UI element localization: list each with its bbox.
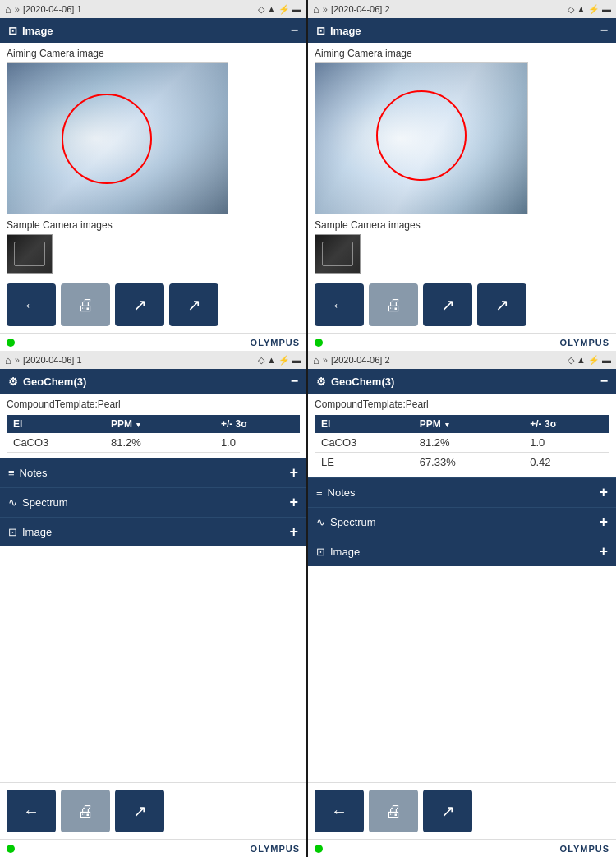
left-geochem-header[interactable]: ⚙ GeoChem(3) − [0,369,306,394]
left-bottom-back[interactable]: ← [7,790,56,832]
left-expand-button-2[interactable]: ↗ [169,283,218,326]
home-icon-right[interactable]: ⌂ [313,3,319,16]
right-image-row[interactable]: ⊡ Image + [308,537,616,566]
right-action-buttons: ← 🖨 ↗ ↗ [308,277,616,333]
left-data-table: El PPM ▾ +/- 3σ CaCO3 81.2% 1.0 [7,415,300,453]
image-header-icon-left: ⊡ [8,25,17,37]
right-notes-label: Notes [328,486,356,499]
notes-icon-right: ≡ [316,486,323,499]
left-print-button[interactable]: 🖨 [61,283,110,326]
left-session-label-2: [2020-04-06] 1 [23,355,255,365]
right-bottom-expand[interactable]: ↗ [423,790,472,832]
left-el-caco3: CaCO3 [7,433,104,453]
right-el-le: LE [315,453,413,472]
home-icon-left[interactable]: ⌂ [5,3,11,16]
wifi-icon-left: ▲ [267,4,276,14]
battery-icon-left-2: ▬ [292,355,301,365]
right-session-label: [2020-04-06] 2 [331,4,564,14]
right-olympus-2: OLYMPUS [560,844,609,854]
left-spacer [0,546,306,782]
right-col-sigma[interactable]: +/- 3σ [523,415,609,433]
right-geochem-section: CompoundTemplate:Pearl El PPM ▾ +/- 3σ C… [308,394,616,477]
battery-icon-left: ▬ [292,4,301,14]
right-notes-row[interactable]: ≡ Notes + [308,477,616,507]
left-olympus-2: OLYMPUS [251,844,300,854]
right-spectrum-label: Spectrum [330,516,376,528]
left-image-row[interactable]: ⊡ Image + [0,517,306,546]
left-col-ppm[interactable]: PPM ▾ [104,415,214,433]
right-col-ppm[interactable]: PPM ▾ [413,415,524,433]
left-bottom-expand[interactable]: ↗ [115,790,164,832]
spectrum-icon-right: ∿ [316,516,325,528]
left-geochem-collapse[interactable]: − [291,374,298,389]
right-el-caco3: CaCO3 [315,433,413,453]
left-row-caco3: CaCO3 81.2% 1.0 [7,433,300,453]
right-bottom-buttons: ← 🖨 ↗ [308,782,616,839]
right-spectrum-row[interactable]: ∿ Spectrum + [308,507,616,537]
notes-icon-left: ≡ [8,467,15,479]
left-notes-label: Notes [20,467,48,479]
right-sample-label: Sample Camera images [315,219,609,231]
left-footer-2: OLYMPUS [0,839,306,857]
left-image-plus[interactable]: + [289,523,298,541]
left-sample-thumbnail[interactable] [7,234,53,274]
right-geochem-title: GeoChem(3) [331,376,394,388]
right-olympus-1: OLYMPUS [560,338,609,348]
location-icon-left-2: ◇ [258,355,264,366]
right-sigma-caco3: 1.0 [523,433,609,453]
right-col-el[interactable]: El [315,415,413,433]
battery-icon-right-2: ▬ [602,355,611,365]
right-notes-plus[interactable]: + [599,484,608,501]
right-footer-2: OLYMPUS [308,839,616,857]
battery-icon-right: ▬ [602,4,611,14]
right-expand-button-2[interactable]: ↗ [477,283,526,326]
left-status-bar-2: ⌂ » [2020-04-06] 1 ◇ ▲ ⚡ ▬ [0,351,306,369]
left-notes-plus[interactable]: + [289,464,298,481]
left-col-el[interactable]: El [7,415,104,433]
right-bottom-print[interactable]: 🖨 [369,790,418,832]
left-image-collapse[interactable]: − [291,23,298,38]
right-geochem-header[interactable]: ⚙ GeoChem(3) − [308,369,616,394]
left-spectrum-row[interactable]: ∿ Spectrum + [0,487,306,517]
home-icon-right-2[interactable]: ⌂ [313,354,319,366]
right-image-title: Image [330,25,361,37]
left-sample-label: Sample Camera images [7,219,300,231]
right-back-button[interactable]: ← [315,283,364,326]
right-sample-thumbnail[interactable] [315,234,361,274]
right-ppm-caco3: 81.2% [413,433,524,453]
left-notes-row[interactable]: ≡ Notes + [0,458,306,487]
right-image-header[interactable]: ⊡ Image − [308,18,616,43]
usb-icon-left-2: ⚡ [278,355,290,366]
right-status-icons-2: ◇ ▲ ⚡ ▬ [568,355,611,366]
right-bottom-back[interactable]: ← [315,790,364,832]
left-bottom-print[interactable]: 🖨 [61,790,110,832]
left-spectrum-plus[interactable]: + [289,494,298,511]
home-icon-left-2[interactable]: ⌂ [5,354,11,366]
right-image-collapse[interactable]: − [600,23,608,38]
left-status-icons: ◇ ▲ ⚡ ▬ [258,4,301,15]
geochem-icon-right: ⚙ [316,376,326,388]
right-spectrum-plus[interactable]: + [599,514,608,531]
left-image-title: Image [22,25,53,37]
left-col-sigma[interactable]: +/- 3σ [214,415,300,433]
left-expand-button-1[interactable]: ↗ [115,283,164,326]
right-sigma-le: 0.42 [523,453,609,472]
left-back-button[interactable]: ← [7,283,56,326]
right-aiming-label: Aiming Camera image [315,48,609,59]
chevron-icon-right-2: » [323,355,328,365]
right-print-button[interactable]: 🖨 [369,283,418,326]
right-geochem-collapse[interactable]: − [600,374,608,389]
right-image-label-2: Image [330,546,360,558]
right-row-le: LE 67.33% 0.42 [315,453,609,472]
left-geochem-section: CompoundTemplate:Pearl El PPM ▾ +/- 3σ C… [0,394,306,458]
left-footer-1: OLYMPUS [0,333,306,351]
usb-icon-left: ⚡ [278,4,290,15]
right-image-plus[interactable]: + [599,543,608,560]
image-icon-right-2: ⊡ [316,546,325,558]
right-status-bar: ⌂ » [2020-04-06] 2 ◇ ▲ ⚡ ▬ [308,0,616,18]
right-expand-button-1[interactable]: ↗ [423,283,472,326]
chevron-icon-left: » [15,4,20,14]
usb-icon-right-2: ⚡ [588,355,600,366]
right-status-icons: ◇ ▲ ⚡ ▬ [568,4,611,15]
left-image-header[interactable]: ⊡ Image − [0,18,306,43]
